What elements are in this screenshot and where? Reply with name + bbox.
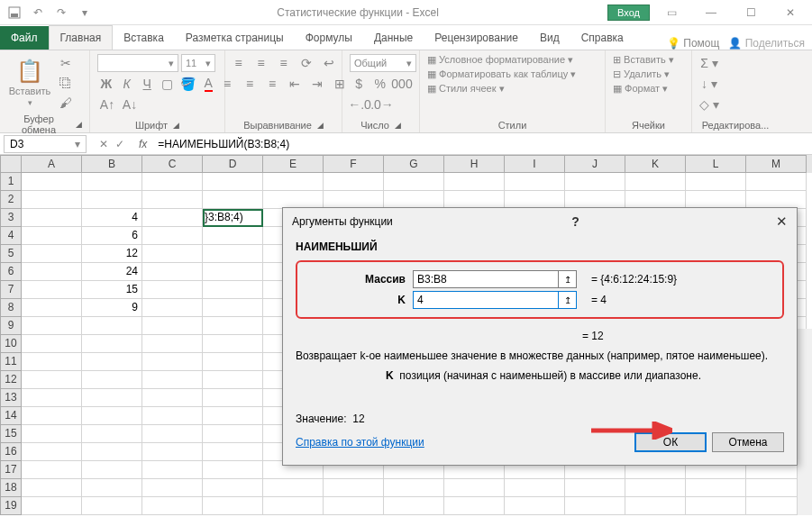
cell[interactable] bbox=[746, 173, 807, 191]
cell[interactable] bbox=[625, 497, 686, 515]
cell[interactable] bbox=[142, 245, 203, 263]
cell[interactable] bbox=[22, 479, 82, 497]
align-center-icon[interactable]: ≡ bbox=[240, 75, 260, 93]
cell[interactable] bbox=[142, 173, 203, 191]
arg2-range-icon[interactable]: ↥ bbox=[559, 291, 577, 309]
cell[interactable] bbox=[444, 497, 505, 515]
cell[interactable] bbox=[142, 443, 203, 461]
cell[interactable] bbox=[505, 497, 565, 515]
increase-font-icon[interactable]: A↑ bbox=[97, 95, 117, 113]
cell[interactable] bbox=[324, 173, 384, 191]
cell[interactable] bbox=[565, 479, 625, 497]
cell[interactable] bbox=[625, 479, 686, 497]
cell[interactable] bbox=[22, 425, 82, 443]
cell[interactable]: 9 bbox=[82, 299, 142, 317]
cell[interactable] bbox=[142, 353, 203, 371]
cell[interactable] bbox=[505, 173, 565, 191]
cell[interactable] bbox=[686, 173, 746, 191]
cell[interactable] bbox=[505, 191, 565, 209]
col-header[interactable]: I bbox=[505, 155, 565, 173]
row-header[interactable]: 17 bbox=[0, 461, 22, 479]
select-all-corner[interactable] bbox=[0, 155, 22, 173]
row-header[interactable]: 1 bbox=[0, 173, 22, 191]
cell[interactable] bbox=[82, 371, 142, 389]
cell[interactable] bbox=[22, 263, 82, 281]
cell[interactable] bbox=[142, 425, 203, 443]
cell[interactable]: }3:B8;4) bbox=[203, 209, 263, 227]
cancel-button[interactable]: Отмена bbox=[712, 432, 784, 452]
cell[interactable] bbox=[82, 335, 142, 353]
login-button[interactable]: Вход bbox=[607, 5, 650, 21]
row-header[interactable]: 8 bbox=[0, 299, 22, 317]
cell[interactable] bbox=[22, 389, 82, 407]
maximize-icon[interactable]: ☐ bbox=[733, 2, 769, 23]
row-header[interactable]: 4 bbox=[0, 227, 22, 245]
ribbon-display-icon[interactable]: ▭ bbox=[653, 2, 689, 23]
tab-formulas[interactable]: Формулы bbox=[295, 26, 363, 50]
fill-icon[interactable]: ↓ ▾ bbox=[699, 75, 719, 93]
redo-icon[interactable]: ↷ bbox=[50, 2, 72, 23]
italic-icon[interactable]: К bbox=[118, 75, 136, 93]
row-header[interactable]: 9 bbox=[0, 317, 22, 335]
cell[interactable] bbox=[22, 353, 82, 371]
tab-help[interactable]: Справка bbox=[570, 26, 634, 50]
cell[interactable] bbox=[203, 425, 263, 443]
cell[interactable] bbox=[565, 497, 625, 515]
row-header[interactable]: 15 bbox=[0, 425, 22, 443]
cell[interactable] bbox=[22, 227, 82, 245]
cell[interactable] bbox=[203, 281, 263, 299]
cell[interactable] bbox=[82, 461, 142, 479]
fill-color-icon[interactable]: 🪣 bbox=[179, 75, 197, 93]
cell[interactable] bbox=[444, 173, 505, 191]
cell[interactable] bbox=[444, 479, 505, 497]
align-bottom-icon[interactable]: ≡ bbox=[274, 54, 294, 72]
col-header[interactable]: J bbox=[565, 155, 625, 173]
enter-formula-icon[interactable]: ✓ bbox=[115, 138, 124, 150]
col-header[interactable]: E bbox=[263, 155, 324, 173]
align-top-icon[interactable]: ≡ bbox=[229, 54, 249, 72]
tab-file[interactable]: Файл bbox=[0, 26, 49, 50]
cell[interactable] bbox=[142, 389, 203, 407]
cell[interactable] bbox=[22, 281, 82, 299]
cell[interactable] bbox=[82, 497, 142, 515]
cell[interactable] bbox=[22, 317, 82, 335]
function-help-link[interactable]: Справка по этой функции bbox=[296, 436, 424, 449]
col-header[interactable]: G bbox=[384, 155, 444, 173]
clear-icon[interactable]: ◇ ▾ bbox=[699, 95, 719, 113]
cell[interactable] bbox=[263, 173, 324, 191]
col-header[interactable]: H bbox=[444, 155, 505, 173]
col-header[interactable]: L bbox=[686, 155, 746, 173]
decrease-indent-icon[interactable]: ⇤ bbox=[285, 75, 305, 93]
row-header[interactable]: 14 bbox=[0, 407, 22, 425]
cell[interactable] bbox=[384, 173, 444, 191]
cell[interactable] bbox=[142, 497, 203, 515]
col-header[interactable]: K bbox=[625, 155, 686, 173]
cell[interactable] bbox=[22, 191, 82, 209]
cell[interactable] bbox=[324, 497, 384, 515]
underline-icon[interactable]: Ч bbox=[138, 75, 156, 93]
minimize-icon[interactable]: — bbox=[693, 2, 729, 23]
cell[interactable] bbox=[142, 281, 203, 299]
cell[interactable] bbox=[82, 353, 142, 371]
cell[interactable] bbox=[203, 461, 263, 479]
cell[interactable] bbox=[565, 173, 625, 191]
cell[interactable] bbox=[203, 407, 263, 425]
cell[interactable] bbox=[142, 371, 203, 389]
cell[interactable]: 6 bbox=[82, 227, 142, 245]
cell[interactable] bbox=[444, 191, 505, 209]
cell[interactable] bbox=[324, 479, 384, 497]
arg1-input[interactable] bbox=[413, 270, 559, 288]
row-header[interactable]: 6 bbox=[0, 263, 22, 281]
cell[interactable] bbox=[565, 191, 625, 209]
row-header[interactable]: 19 bbox=[0, 497, 22, 515]
cell[interactable]: 24 bbox=[82, 263, 142, 281]
currency-icon[interactable]: $ bbox=[350, 75, 369, 93]
cell[interactable] bbox=[22, 209, 82, 227]
orientation-icon[interactable]: ⟳ bbox=[297, 54, 316, 72]
save-icon[interactable] bbox=[4, 2, 25, 23]
cell[interactable]: 15 bbox=[82, 281, 142, 299]
wrap-text-icon[interactable]: ↩ bbox=[319, 54, 339, 72]
cell[interactable] bbox=[203, 191, 263, 209]
cell[interactable] bbox=[203, 479, 263, 497]
comma-icon[interactable]: 000 bbox=[392, 75, 412, 93]
